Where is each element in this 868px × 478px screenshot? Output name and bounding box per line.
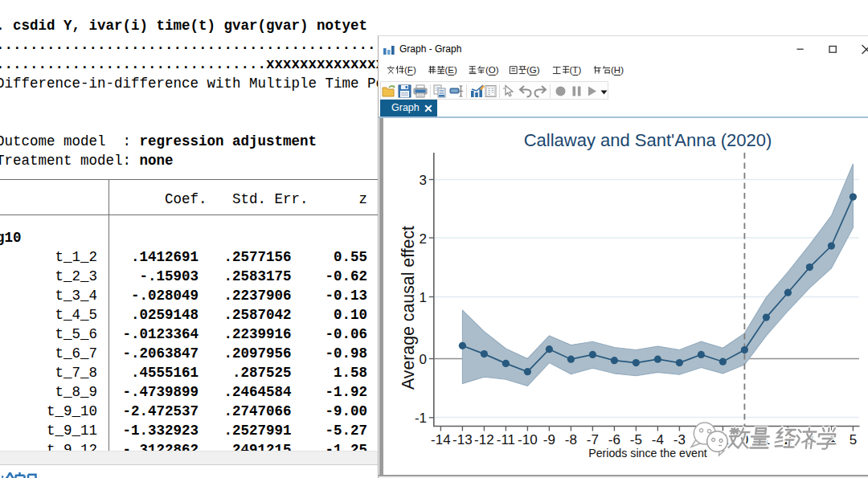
svg-text:-4: -4 (652, 432, 664, 447)
svg-text:-12: -12 (474, 432, 494, 447)
svg-text:Periods since the event: Periods since the event (588, 447, 707, 460)
svg-text:-7: -7 (587, 432, 599, 447)
svg-text:-3: -3 (674, 432, 686, 447)
svg-text:-5: -5 (630, 432, 642, 447)
svg-text:0: 0 (420, 352, 427, 367)
svg-text:Callaway and Sant'Anna (2020): Callaway and Sant'Anna (2020) (524, 130, 772, 150)
svg-text:-9: -9 (543, 432, 555, 447)
svg-text:-1: -1 (415, 411, 427, 426)
svg-text:Average causal effect: Average causal effect (399, 226, 418, 390)
svg-text:-6: -6 (608, 432, 620, 447)
svg-text:-8: -8 (565, 432, 577, 447)
svg-text:-13: -13 (452, 432, 473, 447)
svg-text:2: 2 (420, 231, 427, 247)
svg-text:-10: -10 (518, 432, 538, 447)
svg-text:-14: -14 (431, 432, 451, 447)
svg-text:-11: -11 (497, 432, 515, 447)
svg-text:3: 3 (420, 173, 427, 188)
svg-text:1: 1 (420, 290, 427, 305)
svg-text:5: 5 (850, 432, 857, 447)
